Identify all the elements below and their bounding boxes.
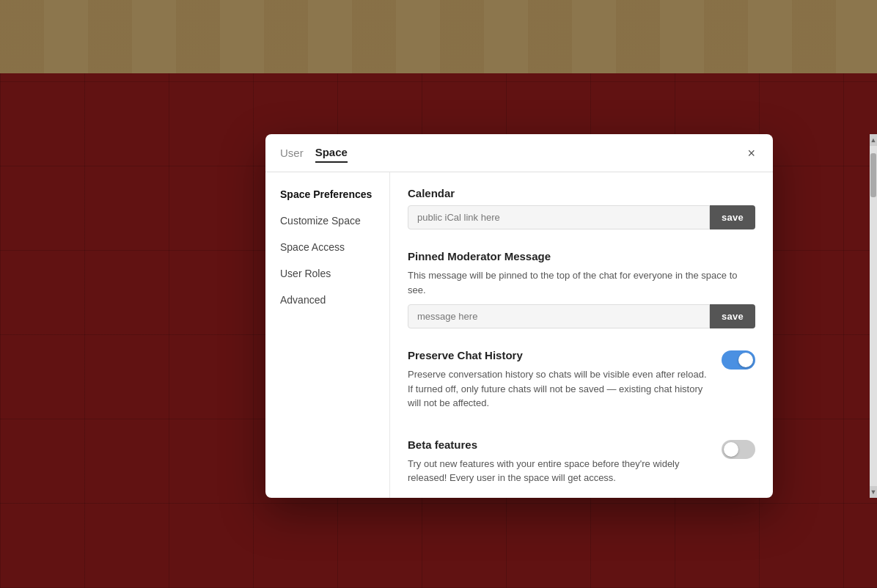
preserve-chat-toggle-row: Preserve Chat History Preserve conversat… bbox=[408, 349, 755, 418]
pinned-message-input-row: save bbox=[408, 304, 755, 328]
sidebar-item-space-preferences[interactable]: Space Preferences bbox=[265, 181, 389, 207]
calendar-input-row: save bbox=[408, 205, 755, 229]
calendar-save-button[interactable]: save bbox=[710, 205, 755, 229]
pinned-message-save-button[interactable]: save bbox=[710, 304, 755, 328]
pinned-message-input[interactable] bbox=[408, 304, 710, 328]
beta-features-section: Beta features Try out new features with … bbox=[408, 438, 755, 493]
sidebar-item-advanced[interactable]: Advanced bbox=[265, 287, 389, 313]
settings-content: Calendar save Pinned Moderator Message T… bbox=[390, 172, 773, 498]
pinned-message-desc: This message will be pinned to the top o… bbox=[408, 268, 755, 297]
beta-features-desc: Try out new features with your entire sp… bbox=[408, 457, 710, 485]
sidebar-item-user-roles[interactable]: User Roles bbox=[265, 260, 389, 287]
close-button[interactable]: × bbox=[744, 144, 758, 163]
beta-features-text: Beta features Try out new features with … bbox=[408, 438, 710, 493]
preserve-chat-slider bbox=[722, 350, 755, 370]
beta-features-toggle[interactable] bbox=[722, 440, 755, 459]
beta-features-toggle-row: Beta features Try out new features with … bbox=[408, 438, 755, 493]
modal-header: User Space × bbox=[265, 134, 773, 172]
scroll-down-button[interactable]: ▼ bbox=[870, 486, 877, 498]
beta-features-title: Beta features bbox=[408, 438, 710, 451]
tab-user[interactable]: User bbox=[280, 144, 304, 162]
pinned-message-title: Pinned Moderator Message bbox=[408, 250, 755, 262]
preserve-chat-title: Preserve Chat History bbox=[408, 349, 710, 361]
sidebar-item-customize-space[interactable]: Customize Space bbox=[265, 207, 389, 234]
sidebar-item-space-access[interactable]: Space Access bbox=[265, 234, 389, 260]
preserve-chat-text: Preserve Chat History Preserve conversat… bbox=[408, 349, 710, 418]
scrollbar-track bbox=[870, 146, 877, 486]
calendar-input[interactable] bbox=[408, 205, 710, 229]
preserve-chat-toggle[interactable] bbox=[722, 350, 755, 370]
calendar-section: Calendar save bbox=[408, 187, 755, 229]
preserve-chat-desc: Preserve conversation history so chats w… bbox=[408, 367, 710, 411]
scrollbar-thumb[interactable] bbox=[870, 153, 876, 197]
modal-scrollbar: ▲ ▼ bbox=[870, 134, 877, 498]
scroll-up-button[interactable]: ▲ bbox=[870, 134, 877, 146]
beta-features-slider bbox=[722, 440, 755, 459]
modal-body: Space Preferences Customize Space Space … bbox=[265, 172, 773, 498]
settings-sidebar: Space Preferences Customize Space Space … bbox=[265, 172, 390, 498]
tab-space[interactable]: Space bbox=[315, 143, 348, 163]
calendar-title: Calendar bbox=[408, 187, 755, 199]
pinned-message-section: Pinned Moderator Message This message wi… bbox=[408, 250, 755, 328]
preserve-chat-section: Preserve Chat History Preserve conversat… bbox=[408, 349, 755, 418]
settings-modal: User Space × Space Preferences Customize… bbox=[265, 134, 773, 498]
